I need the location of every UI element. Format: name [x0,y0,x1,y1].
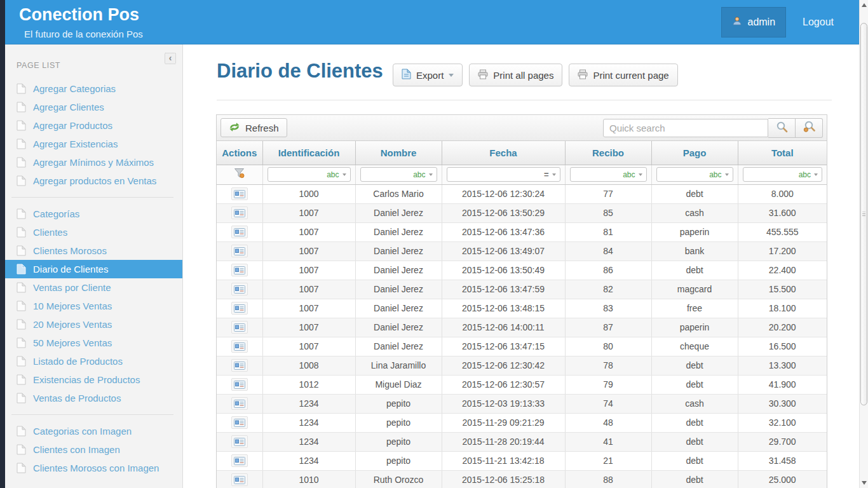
view-record-button[interactable] [231,378,248,391]
view-record-button[interactable] [231,207,248,219]
filter-op-pago[interactable]: abc [709,170,721,179]
sidebar-item-diario-de-clientes[interactable]: Diario de Clientes [5,260,182,278]
cell-recibo: 84 [565,241,651,261]
sidebar-collapse-button[interactable]: ‹ [165,53,176,64]
column-header-actions[interactable]: Actions [217,141,262,165]
filter-toggle-cell[interactable] [217,165,262,184]
cell-fecha: 2015-12-06 13:47:36 [442,222,565,241]
refresh-button[interactable]: Refresh [220,118,287,137]
view-record-button[interactable] [231,435,248,448]
clients-journal-table: ActionsIdentificaciónNombreFechaReciboPa… [217,141,827,488]
view-record-button[interactable] [231,187,248,200]
view-record-button[interactable] [231,245,248,257]
advanced-search-button[interactable] [796,118,823,138]
view-record-button[interactable] [231,359,248,372]
page-icon [17,337,26,348]
sidebar-item-10-mejores-ventas[interactable]: 10 Mejores Ventas [5,297,182,315]
sidebar-item-categorias-con-imagen[interactable]: Categorias con Imagen [5,422,182,440]
column-header-total[interactable]: Total [738,141,827,165]
view-record-button[interactable] [231,416,248,429]
filter-input-nombre[interactable] [365,170,411,179]
filter-input-recibo[interactable] [574,170,621,179]
page-icon [17,393,26,403]
filter-identificacion[interactable]: abc [268,167,351,182]
filter-input-pago[interactable] [661,170,707,179]
sidebar-item-clientes-morosos[interactable]: Clientes Morosos [5,241,182,260]
column-header-pago[interactable]: Pago [651,141,738,165]
filter-op-total[interactable]: abc [799,170,811,179]
filter-nombre[interactable]: abc [360,167,437,182]
view-record-button[interactable] [231,397,248,410]
sidebar-item-existencias-de-productos[interactable]: Existencias de Productos [5,370,182,389]
cell-recibo: 74 [565,394,651,413]
filter-pago[interactable]: abc [656,167,733,182]
view-record-button[interactable] [231,226,248,238]
sidebar-item-50-mejores-ventas[interactable]: 50 Mejores Ventas [5,334,182,352]
sidebar-item-clientes-morosos-con-imagen[interactable]: Clientes Morosos con Imagen [5,459,182,477]
sidebar-item-20-mejores-ventas[interactable]: 20 Mejores Ventas [5,315,182,334]
user-menu[interactable]: admin [721,7,786,37]
page-icon [17,264,26,274]
view-record-icon [234,457,245,465]
cell-fecha: 2015-12-03 19:13:33 [442,394,565,413]
filter-op-recibo[interactable]: abc [623,170,635,179]
sidebar-item-clientes[interactable]: Clientes [5,223,182,241]
column-header-recibo[interactable]: Recibo [565,141,651,165]
filter-op-identificacion[interactable]: abc [327,170,339,179]
sidebar-item-agregar-minimos-y-maximos[interactable]: Agregar Mínimos y Máximos [5,153,182,172]
export-button[interactable]: Export [393,64,463,86]
sidebar-item-ventas-por-cliente[interactable]: Ventas por Cliente [5,278,182,297]
view-record-button[interactable] [231,283,248,295]
print-current-page-button[interactable]: Print current page [569,64,677,86]
print-all-pages-button[interactable]: Print all pages [469,64,562,86]
sidebar-item-ventas-de-productos[interactable]: Ventas de Productos [5,389,182,407]
table-row: 1010Ruth Orozco2015-12-06 15:25:1888debt… [217,470,827,488]
sidebar-item-categorias[interactable]: Categorías [5,205,182,223]
chevron-down-icon [814,173,818,176]
column-header-nombre[interactable]: Nombre [355,141,442,165]
page-icon [17,282,26,293]
cell-identificacion: 1007 [262,318,355,337]
quick-search-input[interactable] [603,119,768,137]
chevron-down-icon [725,173,729,176]
filter-input-fecha[interactable] [451,170,541,179]
view-record-button[interactable] [231,473,248,486]
filter-input-total[interactable] [747,170,796,179]
cell-pago: debt [651,184,738,203]
sidebar-item-label: Clientes [33,227,67,238]
filter-op-nombre[interactable]: abc [413,170,425,179]
sidebar-item-agregar-categorias[interactable]: Agregar Categorias [5,79,182,98]
topbar-right: admin Logout [721,0,834,44]
scroll-up-arrow[interactable] [862,3,867,7]
filter-total[interactable]: abc [743,167,823,182]
cell-identificacion: 1007 [262,241,355,261]
view-record-button[interactable] [231,321,248,334]
filter-funnel-icon[interactable] [234,168,245,179]
table-row: 1000Carlos Mario2015-12-06 12:30:2477deb… [217,184,827,203]
sidebar-item-agregar-productos[interactable]: Agregar Productos [5,116,182,135]
scrollbar-thumb[interactable] [860,23,867,405]
filter-fecha[interactable]: = [447,167,560,182]
sidebar-item-agregar-existencias[interactable]: Agregar Existencias [5,135,182,153]
sidebar-item-agregar-productos-en-ventas[interactable]: Agregar productos en Ventas [5,172,182,190]
column-header-fecha[interactable]: Fecha [442,141,565,165]
view-record-button[interactable] [231,264,248,276]
search-button[interactable] [768,118,796,138]
cell-recibo: 21 [565,451,651,470]
cell-nombre: Daniel Jerez [355,222,442,241]
view-record-button[interactable] [231,340,248,353]
logout-link[interactable]: Logout [803,17,834,28]
sidebar-item-agregar-clientes[interactable]: Agregar Clientes [5,98,182,116]
filter-op-fecha[interactable]: = [544,170,549,179]
sidebar-item-listado-de-productos[interactable]: Listado de Productos [5,352,182,370]
view-record-button[interactable] [231,302,248,315]
scrollbar[interactable] [859,0,868,488]
sidebar-item-clientes-con-imagen[interactable]: Clientes con Imagen [5,440,182,459]
actions-cell [217,184,262,203]
scroll-down-arrow[interactable] [862,481,867,485]
filter-input-identificacion[interactable] [272,170,325,179]
column-header-identificacion[interactable]: Identificación [262,141,355,165]
filter-recibo[interactable]: abc [570,167,647,182]
view-record-button[interactable] [231,454,248,467]
table-row: 1007Daniel Jerez2015-12-06 13:50:2985cas… [217,203,827,222]
